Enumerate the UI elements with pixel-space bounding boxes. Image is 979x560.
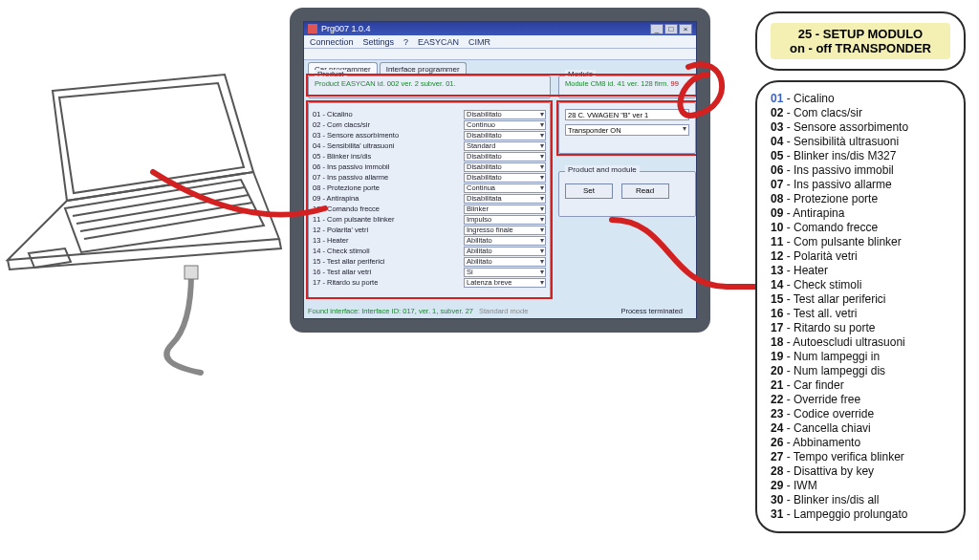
menu-help[interactable]: ?	[403, 37, 408, 47]
side-list-item: 29 - IWM	[771, 479, 950, 493]
menu-cimr[interactable]: CIMR	[468, 37, 490, 47]
app-window: Prg007 1.0.4 _ □ × Connection Settings ?…	[303, 21, 697, 319]
pm-legend: Product and module	[565, 165, 640, 174]
side-item-number: 07	[771, 178, 783, 191]
side-item-number: 16	[771, 307, 783, 320]
side-list-item: 31 - Lampeggio prolungato	[771, 507, 950, 522]
toolbar	[304, 49, 696, 60]
side-item-number: 14	[771, 278, 783, 291]
product-module-group: Product and module Set Read	[558, 171, 696, 217]
side-item-number: 06	[771, 163, 783, 177]
side-item-number: 30	[771, 493, 783, 506]
side-item-number: 15	[771, 292, 783, 306]
side-list-item: 23 - Codice override	[771, 407, 950, 421]
side-item-number: 19	[771, 350, 783, 363]
side-item-number: 26	[771, 436, 783, 449]
svg-line-0	[73, 187, 245, 216]
side-list-item: 24 - Cancella chiavi	[771, 421, 950, 436]
side-list-item: 07 - Ins passivo allarme	[771, 178, 950, 192]
minimize-button[interactable]: _	[650, 24, 664, 34]
side-list-item: 30 - Blinker ins/dis all	[771, 493, 950, 507]
highlight-product	[306, 74, 697, 97]
side-header: 25 - SETUP MODULO on - off TRANSPONDER	[771, 23, 950, 59]
side-item-number: 31	[771, 507, 783, 521]
side-item-number: 02	[771, 106, 783, 119]
side-list-item: 04 - Sensibilità ultrasuoni	[771, 135, 950, 149]
side-item-number: 27	[771, 450, 783, 463]
svg-rect-4	[185, 266, 198, 279]
side-list-item: 18 - Autoescludi ultrasuoni	[771, 335, 950, 350]
side-item-number: 03	[771, 120, 783, 134]
menubar: Connection Settings ? EASYCAN CIMR	[304, 35, 696, 49]
menu-settings[interactable]: Settings	[363, 37, 395, 47]
side-item-number: 08	[771, 192, 783, 205]
side-item-number: 04	[771, 135, 783, 148]
svg-line-1	[76, 195, 249, 224]
side-list-item: 02 - Com clacs/sir	[771, 106, 950, 120]
maximize-button[interactable]: □	[664, 24, 678, 34]
set-button[interactable]: Set	[565, 183, 613, 199]
status-bar: Found interface: Interface ID: 017, ver.…	[308, 305, 692, 316]
read-button[interactable]: Read	[621, 183, 669, 199]
side-item-number: 18	[771, 335, 783, 349]
status-process: Process terminated	[620, 307, 683, 315]
side-item-number: 11	[771, 235, 783, 248]
side-list-item: 01 - Cicalino	[771, 92, 950, 106]
side-list-item: 06 - Ins passivo immobil	[771, 163, 950, 178]
status-mode: Standard mode	[479, 307, 528, 315]
side-list-item: 11 - Com pulsante blinker	[771, 235, 950, 249]
side-list-item: 08 - Protezione porte	[771, 192, 950, 206]
side-header-box: 25 - SETUP MODULO on - off TRANSPONDER	[755, 11, 966, 71]
side-item-number: 21	[771, 378, 783, 392]
side-list-item: 16 - Test all. vetri	[771, 307, 950, 321]
side-list-item: 19 - Num lampeggi in	[771, 350, 950, 364]
side-list-item: 28 - Disattiva by key	[771, 464, 950, 479]
close-button[interactable]: ×	[679, 24, 692, 34]
side-item-number: 01	[771, 92, 783, 105]
side-item-number: 24	[771, 421, 783, 435]
side-list-item: 22 - Override free	[771, 393, 950, 407]
side-item-number: 09	[771, 206, 783, 220]
side-list-item: 27 - Tempo verifica blinker	[771, 450, 950, 464]
side-list-item: 15 - Test allar periferici	[771, 292, 950, 307]
side-list-item: 14 - Check stimoli	[771, 278, 950, 292]
app-icon	[308, 24, 317, 33]
side-item-number: 29	[771, 479, 783, 492]
side-list-item: 05 - Blinker ins/dis M327	[771, 149, 950, 163]
side-item-number: 12	[771, 249, 783, 263]
side-item-number: 22	[771, 393, 783, 406]
side-item-number: 10	[771, 221, 783, 234]
side-item-number: 28	[771, 464, 783, 478]
side-list-item: 10 - Comando frecce	[771, 221, 950, 235]
titlebar: Prg007 1.0.4 _ □ ×	[304, 22, 696, 35]
side-list-item: 03 - Sensore assorbimento	[771, 120, 950, 135]
svg-line-2	[80, 203, 252, 231]
side-item-number: 17	[771, 321, 783, 334]
side-list-item: 17 - Ritardo su porte	[771, 321, 950, 335]
monitor-frame: Prg007 1.0.4 _ □ × Connection Settings ?…	[290, 8, 710, 333]
side-list-item: 09 - Antirapina	[771, 206, 950, 221]
side-list-box: 01 - Cicalino02 - Com clacs/sir03 - Sens…	[755, 80, 966, 533]
status-found: Found interface: Interface ID: 017, ver.…	[308, 307, 473, 315]
side-item-number: 20	[771, 364, 783, 377]
svg-line-3	[84, 210, 256, 239]
side-list-item: 20 - Num lampeggi dis	[771, 364, 950, 378]
highlight-modsel	[556, 100, 697, 156]
side-list-item: 12 - Polarità vetri	[771, 249, 950, 264]
side-item-number: 23	[771, 407, 783, 420]
side-item-number: 05	[771, 149, 783, 162]
side-list-item: 26 - Abbinamento	[771, 436, 950, 450]
highlight-settings	[306, 100, 553, 299]
app-title: Prg007 1.0.4	[321, 24, 371, 33]
menu-connection[interactable]: Connection	[310, 37, 354, 47]
menu-easycan[interactable]: EASYCAN	[418, 37, 459, 47]
side-header-line2: on - off TRANSPONDER	[776, 41, 945, 55]
side-item-number: 13	[771, 264, 783, 277]
side-list-item: 21 - Car finder	[771, 378, 950, 393]
laptop-illustration	[0, 57, 287, 382]
side-header-line1: 25 - SETUP MODULO	[776, 27, 945, 41]
side-list-item: 13 - Heater	[771, 264, 950, 278]
